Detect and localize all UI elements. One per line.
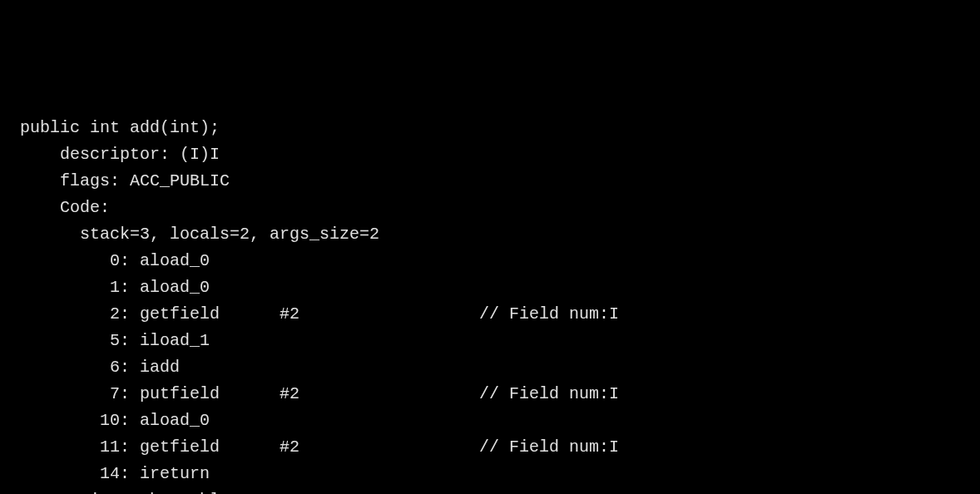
instruction-line: 7: putfield #2 // Field num:I bbox=[0, 381, 980, 408]
instruction-line: 10: aload_0 bbox=[0, 408, 980, 434]
instruction-line: 11: getfield #2 // Field num:I bbox=[0, 434, 980, 461]
descriptor-line: descriptor: (I)I bbox=[0, 141, 980, 168]
instruction-line: 6: iadd bbox=[0, 354, 980, 381]
method-signature: public int add(int); bbox=[0, 115, 980, 141]
instruction-line: 1: aload_0 bbox=[0, 274, 980, 301]
flags-line: flags: ACC_PUBLIC bbox=[0, 168, 980, 195]
line-number-table-header: LineNumberTable: bbox=[0, 487, 980, 494]
stack-info: stack=3, locals=2, args_size=2 bbox=[0, 221, 980, 248]
instruction-line: 0: aload_0 bbox=[0, 248, 980, 274]
instruction-line: 2: getfield #2 // Field num:I bbox=[0, 301, 980, 328]
instruction-line: 14: ireturn bbox=[0, 461, 980, 487]
instruction-line: 5: iload_1 bbox=[0, 328, 980, 354]
code-header: Code: bbox=[0, 195, 980, 221]
